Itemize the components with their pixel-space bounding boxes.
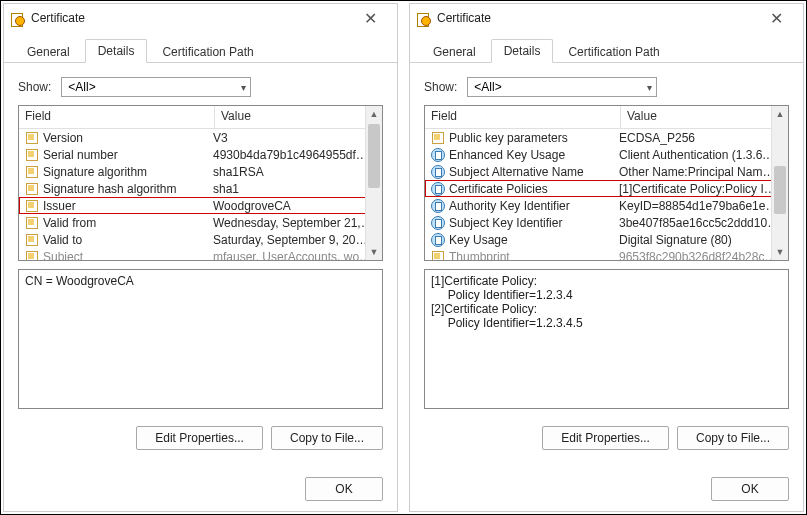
scroll-thumb[interactable] [368,124,380,188]
row-field: Authority Key Identifier [449,199,619,213]
list-header: Field Value [19,106,382,129]
show-combo-value: <All> [474,80,501,94]
row-value: V3 [213,131,382,145]
certificate-dialog-left: Certificate ✕ General Details Certificat… [3,3,398,512]
copy-to-file-button[interactable]: Copy to File... [271,426,383,450]
row-field: Valid to [43,233,213,247]
row-field: Public key parameters [449,131,619,145]
extension-icon [431,233,445,247]
property-icon [25,216,39,230]
certificate-icon [10,11,25,26]
list-row[interactable]: Subject Alternative NameOther Name:Princ… [425,163,788,180]
row-field: Signature hash algorithm [43,182,213,196]
details-text[interactable]: CN = WoodgroveCA [18,269,383,409]
scroll-up-icon[interactable]: ▲ [772,106,788,122]
action-buttons: Edit Properties... Copy to File... [136,426,383,450]
chevron-down-icon: ▾ [241,82,246,93]
show-label: Show: [18,80,51,94]
row-value: sha1 [213,182,382,196]
property-icon [431,131,445,145]
row-value: Saturday, September 9, 2023 ... [213,233,382,247]
scroll-thumb[interactable] [774,166,786,214]
row-value: Client Authentication (1.3.6.1.... [619,148,788,162]
show-label: Show: [424,80,457,94]
list-row[interactable]: Valid fromWednesday, September 21, 2... [19,214,382,231]
tab-general[interactable]: General [420,40,489,63]
fields-list: Field Value VersionV3Serial number4930b4… [18,105,383,261]
copy-to-file-button[interactable]: Copy to File... [677,426,789,450]
certificate-dialog-right: Certificate ✕ General Details Certificat… [409,3,804,512]
scrollbar[interactable]: ▲ ▼ [771,106,788,260]
details-text[interactable]: [1]Certificate Policy: Policy Identifier… [424,269,789,409]
edit-properties-button[interactable]: Edit Properties... [542,426,669,450]
edit-properties-button[interactable]: Edit Properties... [136,426,263,450]
row-field: Subject Key Identifier [449,216,619,230]
show-combo[interactable]: <All> ▾ [467,77,657,97]
property-icon [25,250,39,262]
list-row[interactable]: Signature algorithmsha1RSA [19,163,382,180]
list-row[interactable]: VersionV3 [19,129,382,146]
row-value: ECDSA_P256 [619,131,788,145]
scrollbar[interactable]: ▲ ▼ [365,106,382,260]
row-field: Certificate Policies [449,182,619,196]
property-icon [25,148,39,162]
ok-button[interactable]: OK [305,477,383,501]
list-row[interactable]: Enhanced Key UsageClient Authentication … [425,146,788,163]
extension-icon [431,182,445,196]
list-row[interactable]: IssuerWoodgroveCA [19,197,382,214]
row-field: Key Usage [449,233,619,247]
row-field: Issuer [43,199,213,213]
extension-icon [431,199,445,213]
show-combo[interactable]: <All> ▾ [61,77,251,97]
close-button[interactable]: ✕ [755,6,797,30]
column-field[interactable]: Field [425,106,621,128]
list-row[interactable]: Signature hash algorithmsha1 [19,180,382,197]
property-icon [25,131,39,145]
property-icon [431,250,445,262]
property-icon [25,199,39,213]
tab-details[interactable]: Details [85,39,148,63]
tab-certification-path[interactable]: Certification Path [149,40,266,63]
list-row[interactable]: Subjectmfauser, UserAccounts, wood... [19,248,382,261]
list-row[interactable]: Certificate Policies[1]Certificate Polic… [425,180,788,197]
titlebar: Certificate ✕ [4,4,397,32]
row-value: 9653f8c290b326d8f24b28c41... [619,250,788,262]
close-icon: ✕ [364,9,377,28]
list-row[interactable]: Thumbprint9653f8c290b326d8f24b28c41... [425,248,788,261]
column-value[interactable]: Value [215,106,382,128]
list-body: VersionV3Serial number4930b4da79b1c49649… [19,129,382,261]
action-buttons: Edit Properties... Copy to File... [542,426,789,450]
scroll-track[interactable] [366,122,382,244]
window-title: Certificate [437,11,755,25]
row-value: 4930b4da79b1c4964955df77a... [213,148,382,162]
close-icon: ✕ [770,9,783,28]
list-row[interactable]: Valid toSaturday, September 9, 2023 ... [19,231,382,248]
row-value: [1]Certificate Policy:Policy Ide... [619,182,788,196]
tab-certification-path[interactable]: Certification Path [555,40,672,63]
property-icon [25,233,39,247]
list-row[interactable]: Serial number4930b4da79b1c4964955df77a..… [19,146,382,163]
row-value: Other Name:Principal Name=m... [619,165,788,179]
list-row[interactable]: Public key parametersECDSA_P256 [425,129,788,146]
scroll-down-icon[interactable]: ▼ [366,244,382,260]
tab-details[interactable]: Details [491,39,554,63]
row-field: Version [43,131,213,145]
tab-general[interactable]: General [14,40,83,63]
column-value[interactable]: Value [621,106,788,128]
row-field: Serial number [43,148,213,162]
row-field: Subject [43,250,213,262]
scroll-track[interactable] [772,122,788,244]
scroll-up-icon[interactable]: ▲ [366,106,382,122]
list-row[interactable]: Key UsageDigital Signature (80) [425,231,788,248]
list-row[interactable]: Subject Key Identifier3be407f85ae16cc5c2… [425,214,788,231]
scroll-down-icon[interactable]: ▼ [772,244,788,260]
ok-button[interactable]: OK [711,477,789,501]
row-value: 3be407f85ae16cc5c2ddd10ca... [619,216,788,230]
row-field: Subject Alternative Name [449,165,619,179]
row-value: Wednesday, September 21, 2... [213,216,382,230]
list-row[interactable]: Authority Key IdentifierKeyID=88854d1e79… [425,197,788,214]
row-value: KeyID=88854d1e79ba6e1e4e... [619,199,788,213]
close-button[interactable]: ✕ [349,6,391,30]
row-value: mfauser, UserAccounts, wood... [213,250,382,262]
column-field[interactable]: Field [19,106,215,128]
